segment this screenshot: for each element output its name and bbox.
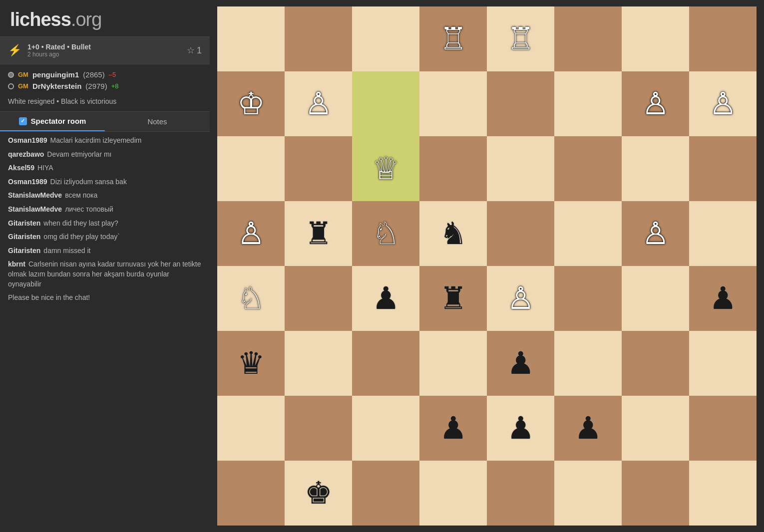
chess-piece[interactable]: ♙: [507, 283, 535, 314]
square[interactable]: [217, 461, 285, 526]
square[interactable]: [285, 266, 352, 331]
square[interactable]: [285, 136, 352, 201]
square[interactable]: [554, 461, 622, 526]
chat-username[interactable]: StanislawMedve: [8, 191, 62, 199]
chess-piece[interactable]: ♛: [237, 348, 265, 379]
square[interactable]: [554, 266, 622, 331]
chess-piece[interactable]: ♞: [439, 218, 467, 249]
square[interactable]: [689, 201, 757, 266]
square[interactable]: [419, 461, 487, 526]
chess-piece[interactable]: ♟: [372, 283, 400, 314]
square[interactable]: [352, 71, 419, 136]
logo[interactable]: lichess.org: [0, 0, 210, 36]
square[interactable]: [622, 136, 689, 201]
square[interactable]: ♙: [689, 71, 757, 136]
square[interactable]: [217, 6, 285, 71]
square[interactable]: ♙: [487, 266, 554, 331]
square[interactable]: ♜: [285, 201, 352, 266]
square[interactable]: [285, 396, 352, 461]
chess-piece[interactable]: ♖: [507, 23, 535, 54]
square[interactable]: [487, 461, 554, 526]
square[interactable]: [419, 331, 487, 396]
square[interactable]: ♙: [217, 201, 285, 266]
chess-piece[interactable]: ♕: [372, 153, 400, 184]
square[interactable]: ♟: [487, 396, 554, 461]
chess-piece[interactable]: ♜: [439, 283, 467, 314]
chat-username[interactable]: qarezbawo: [8, 150, 44, 158]
square[interactable]: [689, 461, 757, 526]
tab-spectator[interactable]: ✓ Spectator room: [0, 112, 105, 131]
square[interactable]: [689, 6, 757, 71]
player-name-white[interactable]: penguingim1: [32, 70, 79, 79]
square[interactable]: [285, 331, 352, 396]
chat-username[interactable]: StanislawMedve: [8, 205, 62, 213]
square[interactable]: [689, 136, 757, 201]
square[interactable]: [689, 331, 757, 396]
chess-piece[interactable]: ♟: [574, 413, 602, 444]
square[interactable]: ♛: [217, 331, 285, 396]
square[interactable]: [554, 201, 622, 266]
square[interactable]: [419, 71, 487, 136]
chess-piece[interactable]: ♘: [237, 283, 265, 314]
square[interactable]: [487, 201, 554, 266]
square[interactable]: ♙: [622, 71, 689, 136]
square[interactable]: [352, 461, 419, 526]
square[interactable]: [622, 396, 689, 461]
chat-username[interactable]: Gitaristen: [8, 233, 40, 241]
chat-username[interactable]: Aksel59: [8, 164, 34, 172]
square[interactable]: ♙: [622, 201, 689, 266]
square[interactable]: [487, 136, 554, 201]
square[interactable]: [554, 6, 622, 71]
square[interactable]: [285, 6, 352, 71]
chat-username[interactable]: Osman1989: [8, 136, 47, 144]
square[interactable]: ♟: [689, 266, 757, 331]
square[interactable]: [217, 396, 285, 461]
square[interactable]: ♚: [285, 461, 352, 526]
chat-username[interactable]: kbrnt: [8, 260, 25, 268]
chess-piece[interactable]: ♙: [305, 88, 333, 119]
square[interactable]: [689, 396, 757, 461]
square[interactable]: [622, 461, 689, 526]
square[interactable]: ♖: [419, 6, 487, 71]
chess-piece[interactable]: ♖: [439, 23, 467, 54]
square[interactable]: ♟: [487, 331, 554, 396]
square[interactable]: ♟: [554, 396, 622, 461]
chess-piece[interactable]: ♙: [237, 218, 265, 249]
square[interactable]: [622, 6, 689, 71]
square[interactable]: ♙: [285, 71, 352, 136]
square[interactable]: [352, 331, 419, 396]
chess-piece[interactable]: ♘: [372, 218, 400, 249]
square[interactable]: ♟: [419, 396, 487, 461]
square[interactable]: [622, 266, 689, 331]
square[interactable]: [419, 136, 487, 201]
square[interactable]: [554, 331, 622, 396]
chess-piece[interactable]: ♚: [305, 478, 333, 509]
square[interactable]: [352, 396, 419, 461]
tab-notes[interactable]: Notes: [105, 112, 210, 131]
player-name-black[interactable]: DrNykterstein: [32, 82, 81, 90]
chess-piece[interactable]: ♟: [507, 348, 535, 379]
square[interactable]: [352, 6, 419, 71]
chess-piece[interactable]: ♜: [305, 218, 333, 249]
chess-piece[interactable]: ♙: [642, 88, 670, 119]
chess-piece[interactable]: ♙: [709, 88, 737, 119]
square[interactable]: ♜: [419, 266, 487, 331]
chess-piece[interactable]: ♙: [642, 218, 670, 249]
chess-piece[interactable]: ♔: [237, 88, 265, 119]
square[interactable]: [554, 71, 622, 136]
chat-username[interactable]: Osman1989: [8, 178, 47, 186]
square[interactable]: [622, 331, 689, 396]
bookmark[interactable]: ☆ 1: [187, 45, 202, 56]
chat-username[interactable]: Gitaristen: [8, 219, 40, 227]
chess-piece[interactable]: ♟: [439, 413, 467, 444]
square[interactable]: ♕: [352, 136, 419, 201]
chess-piece[interactable]: ♟: [709, 283, 737, 314]
square[interactable]: ♘: [352, 201, 419, 266]
chat-username[interactable]: Gitaristen: [8, 247, 40, 255]
square[interactable]: ♔: [217, 71, 285, 136]
square[interactable]: [487, 71, 554, 136]
square[interactable]: ♘: [217, 266, 285, 331]
square[interactable]: [217, 136, 285, 201]
square[interactable]: ♞: [419, 201, 487, 266]
square[interactable]: [554, 136, 622, 201]
